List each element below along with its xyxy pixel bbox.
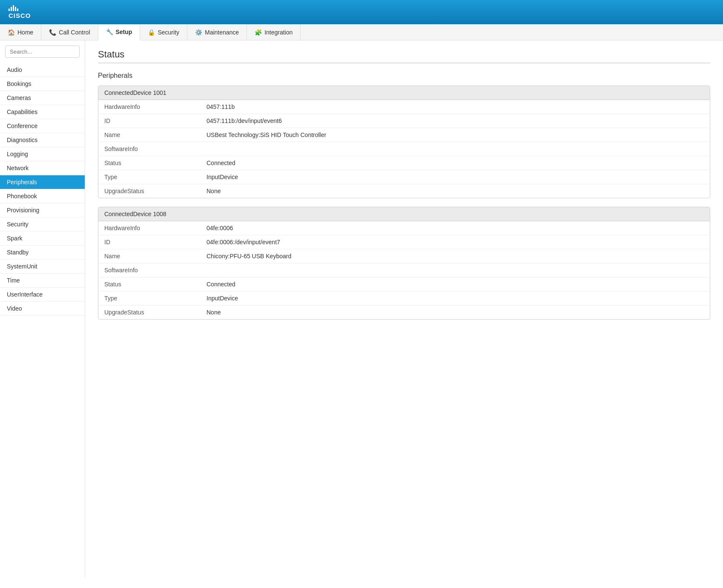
device-card-device_1008: ConnectedDevice 1008HardwareInfo04fe:000… — [98, 207, 710, 320]
integration-icon: 🧩 — [255, 29, 262, 36]
row-value: Connected — [207, 160, 235, 166]
nav-label-home: Home — [17, 29, 33, 36]
nav-item-setup[interactable]: 🔧Setup — [98, 24, 141, 40]
nav-label-maintenance: Maintenance — [205, 29, 239, 36]
setup-icon: 🔧 — [106, 29, 113, 35]
sidebar-item-cameras[interactable]: Cameras — [0, 91, 85, 105]
top-navbar: 🏠Home📞Call Control🔧Setup🔒Security⚙️Maint… — [0, 24, 723, 40]
sidebar-item-network[interactable]: Network — [0, 161, 85, 175]
table-row: NameChicony:PFU-65 USB Keyboard — [98, 249, 710, 263]
row-value: None — [207, 188, 221, 194]
nav-item-security[interactable]: 🔒Security — [140, 24, 187, 40]
row-label: UpgradeStatus — [104, 188, 207, 194]
main-layout: AudioBookingsCamerasCapabilitiesConferen… — [0, 40, 723, 577]
device-card-device_1001: ConnectedDevice 1001HardwareInfo0457:111… — [98, 86, 710, 198]
row-value: 0457:111b:/dev/input/event6 — [207, 117, 282, 124]
table-row: HardwareInfo04fe:0006 — [98, 221, 710, 235]
bar4 — [15, 7, 16, 11]
row-label: Name — [104, 131, 207, 138]
row-value: InputDevice — [207, 174, 238, 180]
table-row: TypeInputDevice — [98, 291, 710, 305]
sidebar-item-diagnostics[interactable]: Diagnostics — [0, 133, 85, 147]
nav-item-call-control[interactable]: 📞Call Control — [41, 24, 98, 40]
app-header: CISCO — [0, 0, 723, 24]
device-header-device_1008: ConnectedDevice 1008 — [98, 207, 710, 221]
security-icon: 🔒 — [148, 29, 155, 36]
row-value: Connected — [207, 281, 235, 288]
sidebar-item-video[interactable]: Video — [0, 302, 85, 316]
sidebar-item-spark[interactable]: Spark — [0, 231, 85, 245]
table-row: UpgradeStatusNone — [98, 184, 710, 198]
row-label: HardwareInfo — [104, 225, 207, 231]
table-row: StatusConnected — [98, 156, 710, 170]
sidebar-item-userinterface[interactable]: UserInterface — [0, 288, 85, 302]
row-label: HardwareInfo — [104, 103, 207, 110]
row-label: Type — [104, 295, 207, 302]
sidebar-item-systemunit[interactable]: SystemUnit — [0, 260, 85, 274]
row-value: Chicony:PFU-65 USB Keyboard — [207, 253, 291, 260]
sidebar-item-conference[interactable]: Conference — [0, 119, 85, 133]
nav-label-integration: Integration — [264, 29, 293, 36]
row-label: SoftwareInfo — [104, 267, 207, 274]
row-label: ID — [104, 117, 207, 124]
row-label: Status — [104, 281, 207, 288]
table-row: SoftwareInfo — [98, 263, 710, 277]
nav-label-call-control: Call Control — [59, 29, 90, 36]
row-label: SoftwareInfo — [104, 146, 207, 152]
table-row: SoftwareInfo — [98, 142, 710, 156]
nav-item-home[interactable]: 🏠Home — [0, 24, 41, 40]
sidebar-item-time[interactable]: Time — [0, 274, 85, 288]
bar1 — [9, 9, 10, 11]
table-row: NameUSBest Technology:SiS HID Touch Cont… — [98, 128, 710, 142]
cisco-logo: CISCO — [9, 5, 31, 19]
row-value: 0457:111b — [207, 103, 235, 110]
table-row: StatusConnected — [98, 277, 710, 291]
call-control-icon: 📞 — [49, 29, 56, 36]
bar3 — [13, 5, 14, 11]
nav-label-security: Security — [158, 29, 179, 36]
sidebar-item-audio[interactable]: Audio — [0, 63, 85, 77]
table-row: UpgradeStatusNone — [98, 305, 710, 319]
row-value: None — [207, 309, 221, 316]
cisco-logo-bars — [9, 5, 31, 11]
sidebar-item-peripherals[interactable]: Peripherals — [0, 175, 85, 189]
sidebar-item-logging[interactable]: Logging — [0, 147, 85, 161]
maintenance-icon: ⚙️ — [195, 29, 202, 36]
page-title: Status — [98, 49, 710, 60]
row-label: Type — [104, 174, 207, 180]
sidebar: AudioBookingsCamerasCapabilitiesConferen… — [0, 40, 85, 577]
sidebar-item-phonebook[interactable]: Phonebook — [0, 189, 85, 203]
cisco-wordmark: CISCO — [9, 12, 31, 19]
nav-label-setup: Setup — [116, 29, 132, 35]
row-value: InputDevice — [207, 295, 238, 302]
row-label: Name — [104, 253, 207, 260]
sidebar-item-bookings[interactable]: Bookings — [0, 77, 85, 91]
table-row: TypeInputDevice — [98, 170, 710, 184]
title-divider — [98, 63, 710, 63]
main-content: Status Peripherals ConnectedDevice 1001H… — [85, 40, 723, 577]
table-row: ID04fe:0006:/dev/input/event7 — [98, 235, 710, 249]
row-label: ID — [104, 239, 207, 245]
nav-item-maintenance[interactable]: ⚙️Maintenance — [187, 24, 247, 40]
sidebar-item-provisioning[interactable]: Provisioning — [0, 203, 85, 217]
sidebar-item-security[interactable]: Security — [0, 217, 85, 231]
section-title: Peripherals — [98, 72, 710, 80]
bar5 — [17, 9, 18, 11]
table-row: ID0457:111b:/dev/input/event6 — [98, 114, 710, 128]
sidebar-item-capabilities[interactable]: Capabilities — [0, 105, 85, 119]
bar2 — [11, 7, 12, 11]
row-value: 04fe:0006:/dev/input/event7 — [207, 239, 280, 245]
nav-item-integration[interactable]: 🧩Integration — [247, 24, 301, 40]
row-value: 04fe:0006 — [207, 225, 233, 231]
table-row: HardwareInfo0457:111b — [98, 100, 710, 114]
row-label: Status — [104, 160, 207, 166]
sidebar-item-standby[interactable]: Standby — [0, 245, 85, 260]
row-label: UpgradeStatus — [104, 309, 207, 316]
search-input[interactable] — [5, 46, 80, 58]
home-icon: 🏠 — [8, 29, 15, 36]
row-value: USBest Technology:SiS HID Touch Controll… — [207, 131, 326, 138]
device-header-device_1001: ConnectedDevice 1001 — [98, 86, 710, 100]
